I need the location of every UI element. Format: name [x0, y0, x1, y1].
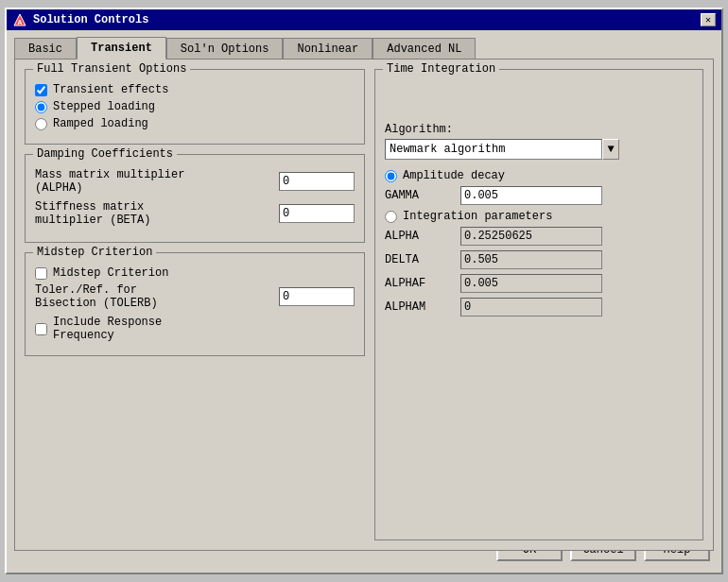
close-button[interactable]: ✕	[701, 13, 716, 26]
content-area: Full Transient Options Transient effects…	[14, 59, 714, 551]
svg-text:A: A	[18, 18, 23, 26]
stiffness-row: Stiffness matrixmultiplier (BETA)	[35, 200, 355, 227]
full-transient-title: Full Transient Options	[33, 62, 190, 76]
alpha-input[interactable]	[460, 227, 602, 246]
tab-nonlinear[interactable]: Nonlinear	[283, 38, 373, 60]
solution-controls-dialog: A Solution Controls ✕ Basic Transient So…	[5, 8, 723, 574]
damping-title: Damping Coefficients	[33, 147, 177, 161]
algorithm-label: Algorithm:	[385, 123, 693, 136]
mass-row: Mass matrix multiplier(ALPHA)	[35, 168, 355, 195]
algorithm-row: Algorithm: Newmark algorithm ▼	[385, 123, 693, 160]
stepped-loading-radio[interactable]	[35, 101, 47, 113]
algorithm-dropdown-arrow[interactable]: ▼	[602, 139, 619, 160]
integration-params-label: Integration parameters	[403, 210, 552, 223]
algorithm-select-container: Newmark algorithm ▼	[385, 139, 693, 160]
stiffness-input[interactable]	[279, 204, 355, 223]
tab-advanced-nl[interactable]: Advanced NL	[373, 38, 476, 60]
tab-soln-options[interactable]: Sol'n Options	[166, 38, 284, 60]
ramped-loading-radio[interactable]	[35, 118, 47, 130]
tolerb-input[interactable]	[279, 287, 355, 306]
midstep-criterion-checkbox[interactable]	[35, 267, 47, 280]
title-bar: A Solution Controls ✕	[7, 9, 721, 30]
transient-effects-label: Transient effects	[53, 83, 168, 96]
app-icon: A	[12, 12, 27, 27]
algorithm-select[interactable]: Newmark algorithm	[385, 139, 602, 160]
integration-params-radio[interactable]	[385, 211, 397, 223]
right-column: Time Integration Algorithm: Newmark algo…	[374, 69, 703, 540]
midstep-criterion-label: Midstep Criterion	[53, 266, 168, 280]
midstep-group: Midstep Criterion Midstep Criterion Tole…	[25, 252, 365, 356]
transient-effects-checkbox[interactable]	[35, 84, 47, 96]
stepped-loading-label: Stepped loading	[53, 100, 155, 113]
alphaf-row: ALPHAF	[385, 274, 693, 293]
alphaf-input[interactable]	[460, 274, 602, 293]
delta-row: DELTA	[385, 250, 693, 269]
damping-group: Damping Coefficients Mass matrix multipl…	[25, 154, 365, 243]
gamma-input[interactable]	[460, 186, 602, 205]
full-transient-group: Full Transient Options Transient effects…	[25, 69, 365, 145]
delta-input[interactable]	[460, 250, 602, 269]
amplitude-decay-label: Amplitude decay	[403, 169, 505, 182]
tab-transient[interactable]: Transient	[77, 37, 166, 60]
time-integration-group: Time Integration Algorithm: Newmark algo…	[374, 69, 703, 540]
mass-input[interactable]	[279, 172, 355, 191]
gamma-label: GAMMA	[385, 189, 460, 202]
tab-basic[interactable]: Basic	[14, 38, 77, 60]
left-column: Full Transient Options Transient effects…	[25, 69, 365, 540]
mass-label: Mass matrix multiplier(ALPHA)	[35, 168, 271, 195]
title-text: Solution Controls	[33, 13, 148, 26]
time-integration-title: Time Integration	[383, 62, 499, 76]
alpham-input[interactable]	[460, 298, 602, 317]
amplitude-decay-row: Amplitude decay	[385, 169, 693, 182]
midstep-criterion-row: Midstep Criterion	[35, 266, 355, 280]
include-response-row: Include ResponseFrequency	[35, 316, 355, 342]
include-response-checkbox[interactable]	[35, 323, 47, 335]
tab-bar: Basic Transient Sol'n Options Nonlinear …	[7, 30, 721, 59]
ramped-loading-row: Ramped loading	[35, 117, 355, 130]
alpha-label: ALPHA	[385, 230, 460, 243]
midstep-title: Midstep Criterion	[33, 246, 156, 259]
stepped-loading-row: Stepped loading	[35, 100, 355, 113]
alphaf-label: ALPHAF	[385, 277, 460, 290]
alpham-label: ALPHAM	[385, 300, 460, 314]
transient-effects-row: Transient effects	[35, 83, 355, 96]
stiffness-label: Stiffness matrixmultiplier (BETA)	[35, 200, 271, 227]
gamma-row: GAMMA	[385, 186, 693, 205]
tolerb-label: Toler./Ref. forBisection (TOLERB)	[35, 283, 271, 310]
ramped-loading-label: Ramped loading	[53, 117, 148, 130]
delta-label: DELTA	[385, 253, 460, 266]
alpham-row: ALPHAM	[385, 298, 693, 317]
tolerb-row: Toler./Ref. forBisection (TOLERB)	[35, 283, 355, 310]
include-response-label: Include ResponseFrequency	[53, 316, 162, 342]
integration-params-row: Integration parameters	[385, 210, 693, 223]
amplitude-decay-radio[interactable]	[385, 170, 397, 182]
alpha-row: ALPHA	[385, 227, 693, 246]
